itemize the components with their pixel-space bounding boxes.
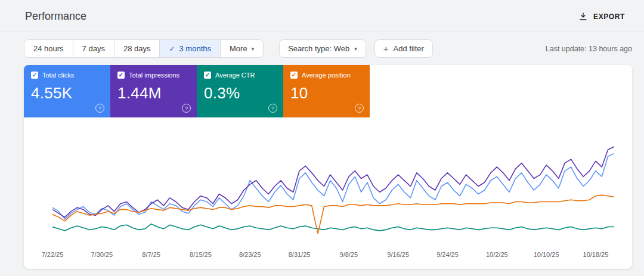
chart-x-axis: 7/22/257/30/258/7/258/15/258/23/258/31/2… <box>52 247 614 264</box>
check-glyph: ✓ <box>32 72 37 78</box>
plus-icon: + <box>383 44 389 53</box>
range-chip-label: 3 months <box>179 44 211 53</box>
metric-value: 4.55K <box>31 84 103 103</box>
x-tick-label: 9/16/25 <box>387 251 409 258</box>
metric-label: Average position <box>302 72 351 79</box>
performance-panel: ✓ Total clicks 4.55K ? ✓ Total impressio… <box>24 65 632 269</box>
metric-card-total-clicks[interactable]: ✓ Total clicks 4.55K ? <box>24 65 110 117</box>
search-type-label: Search type: Web <box>288 44 349 53</box>
check-glyph: ✓ <box>292 72 296 78</box>
search-type-dropdown[interactable]: Search type: Web ▾ <box>279 39 366 58</box>
metric-card-average-position[interactable]: ✓ Average position 10 ? <box>283 65 370 117</box>
page-title: Performance <box>25 10 86 23</box>
date-range-group: 24 hours 7 days 28 days ✓ 3 months More … <box>24 39 264 58</box>
check-icon: ✓ <box>169 45 175 53</box>
checkbox-checked-icon[interactable]: ✓ <box>204 72 211 79</box>
metric-header: ✓ Average CTR <box>204 72 276 79</box>
checkbox-checked-icon[interactable]: ✓ <box>117 72 125 79</box>
range-chip-28-days[interactable]: 28 days <box>114 40 160 57</box>
checkbox-checked-icon[interactable]: ✓ <box>31 72 38 79</box>
range-chip-3-months[interactable]: ✓ 3 months <box>159 40 220 57</box>
x-tick-label: 9/8/25 <box>340 251 358 258</box>
x-tick-label: 8/31/25 <box>289 251 311 258</box>
metric-cards: ✓ Total clicks 4.55K ? ✓ Total impressio… <box>24 65 632 117</box>
filter-bar: 24 hours 7 days 28 days ✓ 3 months More … <box>24 39 632 58</box>
x-tick-label: 10/2/25 <box>486 251 508 258</box>
add-filter-button[interactable]: + Add filter <box>374 39 433 58</box>
x-tick-label: 10/10/25 <box>534 251 559 258</box>
export-button[interactable]: EXPORT <box>575 11 628 22</box>
check-glyph: ✓ <box>205 72 210 78</box>
range-chip-more[interactable]: More ▾ <box>220 40 263 57</box>
chart-line-total-clicks <box>52 153 614 219</box>
help-icon[interactable]: ? <box>268 104 277 113</box>
metric-header: ✓ Average position <box>290 72 363 79</box>
add-filter-label: Add filter <box>394 44 424 53</box>
metric-label: Total clicks <box>42 72 74 79</box>
range-chip-label: 7 days <box>82 44 105 53</box>
metric-value: 1.44M <box>117 84 190 103</box>
metric-card-total-impressions[interactable]: ✓ Total impressions 1.44M ? <box>110 65 197 117</box>
range-chip-label: 28 days <box>123 44 151 53</box>
check-glyph: ✓ <box>119 72 123 78</box>
chart-line-total-impressions <box>52 147 614 217</box>
chart-line-average-position <box>52 195 614 234</box>
header: Performance EXPORT <box>0 0 644 32</box>
metric-header: ✓ Total impressions <box>117 72 190 79</box>
metric-card-average-ctr[interactable]: ✓ Average CTR 0.3% ? <box>197 65 283 117</box>
chevron-down-icon: ▾ <box>354 46 357 52</box>
metric-label: Average CTR <box>215 72 255 79</box>
x-tick-label: 9/24/25 <box>436 251 459 258</box>
help-icon[interactable]: ? <box>95 104 104 113</box>
range-chip-24-hours[interactable]: 24 hours <box>24 40 73 57</box>
download-icon <box>578 12 588 21</box>
x-tick-label: 8/15/25 <box>190 251 212 258</box>
x-tick-label: 7/22/25 <box>42 251 64 258</box>
x-tick-label: 10/18/25 <box>583 251 609 258</box>
chart-line-average-ctr <box>52 224 614 231</box>
last-update-text: Last update: 13 hours ago <box>546 45 632 53</box>
performance-chart[interactable] <box>52 140 614 240</box>
range-chip-7-days[interactable]: 7 days <box>73 40 114 57</box>
x-tick-label: 7/30/25 <box>91 251 113 258</box>
help-icon[interactable]: ? <box>355 104 364 113</box>
metric-value: 0.3% <box>204 84 276 103</box>
x-tick-label: 8/7/25 <box>142 251 160 258</box>
checkbox-checked-icon[interactable]: ✓ <box>290 72 298 79</box>
metric-value: 10 <box>290 84 363 103</box>
chart-area[interactable]: 7/22/257/30/258/7/258/15/258/23/258/31/2… <box>24 117 632 269</box>
help-icon[interactable]: ? <box>182 104 191 113</box>
x-tick-label: 8/23/25 <box>239 251 261 258</box>
range-chip-label: 24 hours <box>33 44 64 53</box>
metric-label: Total impressions <box>129 72 179 79</box>
metric-header: ✓ Total clicks <box>31 72 103 79</box>
export-label: EXPORT <box>593 13 625 21</box>
range-chip-label: More <box>230 44 247 53</box>
chevron-down-icon: ▾ <box>252 46 255 52</box>
